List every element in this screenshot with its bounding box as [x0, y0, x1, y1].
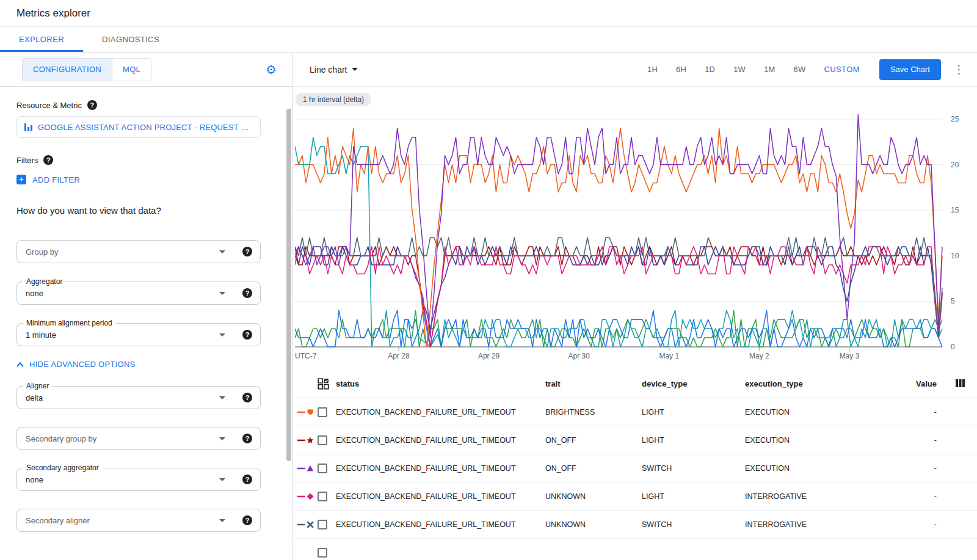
- column-header-execution-type[interactable]: execution_type: [745, 379, 882, 388]
- line-chart[interactable]: 0510152025Apr 28Apr 29Apr 30May 1May 2Ma…: [295, 112, 977, 369]
- time-range-6h[interactable]: 6H: [676, 65, 686, 74]
- table-row[interactable]: EXECUTION_BACKEND_FAILURE_URL_TIMEOUTON_…: [293, 454, 977, 482]
- svg-text:20: 20: [951, 161, 959, 169]
- column-chooser-icon[interactable]: [955, 378, 965, 390]
- column-header-status[interactable]: status: [336, 379, 545, 388]
- filters-label: Filters: [16, 156, 38, 165]
- cell-status: EXECUTION_BACKEND_FAILURE_URL_TIMEOUT: [336, 492, 545, 501]
- time-range-1m[interactable]: 1M: [764, 65, 775, 74]
- field-value: Group by: [26, 247, 58, 256]
- more-options-icon[interactable]: ⋮: [953, 64, 965, 75]
- row-checkbox[interactable]: [318, 492, 327, 501]
- help-icon[interactable]: ?: [242, 434, 252, 443]
- star-marker-icon: [297, 437, 314, 444]
- cell-trait: ON_OFF: [545, 436, 642, 445]
- settings-gear-icon[interactable]: ⚙: [266, 64, 277, 76]
- left-panel-scrollbar[interactable]: [286, 109, 291, 461]
- metric-chip-label: GOOGLE ASSISTANT ACTION PROJECT - REQUES…: [38, 123, 253, 132]
- svg-text:25: 25: [951, 115, 959, 123]
- cell-status: EXECUTION_BACKEND_FAILURE_URL_TIMEOUT: [336, 408, 545, 416]
- select-field-minimum-alignment-period[interactable]: Minimum alignment period1 minute?: [16, 323, 261, 346]
- chevron-down-icon: [219, 478, 225, 481]
- mql-tab[interactable]: MQL: [112, 58, 151, 81]
- row-checkbox[interactable]: [318, 435, 327, 445]
- time-range-6w[interactable]: 6W: [794, 65, 806, 74]
- help-icon[interactable]: ?: [242, 330, 252, 340]
- interval-chip[interactable]: 1 hr interval (delta): [296, 93, 371, 106]
- chart-type-dropdown[interactable]: Line chart: [310, 65, 358, 75]
- table-body: EXECUTION_BACKEND_FAILURE_URL_TIMEOUTBRI…: [293, 398, 977, 560]
- help-icon[interactable]: ?: [242, 515, 252, 525]
- column-header-trait[interactable]: trait: [545, 379, 642, 388]
- row-checkbox[interactable]: [318, 548, 327, 558]
- select-field-secondary-aggregator[interactable]: Secondary aggregatornone?: [16, 468, 261, 491]
- time-range-1w[interactable]: 1W: [733, 65, 746, 74]
- help-icon[interactable]: ?: [242, 247, 252, 256]
- resource-metric-section: Resource & Metric ?: [16, 100, 276, 110]
- cell-device-type: SWITCH: [642, 464, 745, 473]
- select-all-icon[interactable]: [318, 378, 329, 390]
- help-icon[interactable]: ?: [242, 475, 252, 484]
- view-data-question: How do you want to view that data?: [16, 205, 276, 216]
- metric-chip[interactable]: GOOGLE ASSISTANT ACTION PROJECT - REQUES…: [16, 116, 261, 138]
- help-icon[interactable]: ?: [242, 288, 252, 298]
- hide-advanced-options[interactable]: HIDE ADVANCED OPTIONS: [16, 360, 136, 369]
- save-chart-button[interactable]: Save Chart: [879, 59, 941, 80]
- cell-value: -: [882, 520, 943, 529]
- chevron-down-icon: [219, 437, 225, 440]
- tab-explorer[interactable]: EXPLORER: [0, 27, 83, 52]
- row-checkbox[interactable]: [318, 407, 327, 417]
- chevron-up-icon: [16, 362, 24, 367]
- add-filter-button[interactable]: + ADD FILTER: [16, 175, 80, 184]
- time-range-1d[interactable]: 1D: [705, 65, 715, 74]
- cell-execution-type: EXECUTION: [745, 436, 882, 445]
- column-header-device-type[interactable]: device_type: [642, 379, 745, 388]
- table-row-partial[interactable]: [293, 539, 977, 560]
- filters-section: Filters ?: [16, 155, 276, 165]
- field-label: Secondary aggregator: [23, 464, 102, 472]
- left-content: Resource & Metric ? GOOGLE ASSISTANT ACT…: [0, 87, 292, 560]
- cell-execution-type: EXECUTION: [745, 408, 882, 416]
- time-range-custom[interactable]: CUSTOM: [824, 65, 860, 74]
- column-header-value[interactable]: Value: [882, 379, 943, 388]
- time-range-group: 1H 6H 1D 1W 1M 6W CUSTOM: [629, 65, 860, 74]
- chevron-down-icon: [219, 519, 225, 522]
- help-icon[interactable]: ?: [242, 393, 252, 402]
- select-field-aggregator[interactable]: Aggregatornone?: [16, 282, 261, 305]
- select-field-aligner[interactable]: Alignerdelta?: [16, 386, 261, 409]
- field-label: Aligner: [23, 382, 52, 390]
- help-icon[interactable]: ?: [43, 155, 53, 165]
- cell-status: EXECUTION_BACKEND_FAILURE_URL_TIMEOUT: [336, 520, 545, 529]
- svg-text:15: 15: [951, 206, 959, 214]
- chevron-down-icon: [352, 68, 358, 71]
- select-field-secondary-group-by[interactable]: Secondary group by?: [16, 427, 261, 450]
- svg-text:Apr 29: Apr 29: [478, 352, 500, 360]
- cell-value: -: [882, 464, 943, 473]
- resource-metric-label: Resource & Metric: [16, 101, 82, 110]
- cell-trait: UNKNOWN: [545, 492, 642, 501]
- cell-status: EXECUTION_BACKEND_FAILURE_URL_TIMEOUT: [336, 464, 545, 473]
- svg-text:May 1: May 1: [659, 352, 679, 360]
- time-range-1h[interactable]: 1H: [647, 65, 658, 74]
- table-row[interactable]: EXECUTION_BACKEND_FAILURE_URL_TIMEOUTON_…: [293, 426, 977, 454]
- chevron-down-icon: [219, 250, 225, 253]
- svg-text:Apr 30: Apr 30: [568, 352, 590, 360]
- chevron-down-icon: [219, 396, 225, 399]
- configuration-tab[interactable]: CONFIGURATION: [22, 58, 112, 81]
- help-icon[interactable]: ?: [87, 100, 97, 110]
- row-checkbox[interactable]: [318, 520, 327, 529]
- cell-trait: ON_OFF: [545, 464, 642, 473]
- svg-text:May 2: May 2: [749, 352, 769, 360]
- svg-text:10: 10: [951, 252, 959, 260]
- advanced-fields: Alignerdelta?Secondary group by?Secondar…: [16, 386, 276, 532]
- field-value: delta: [26, 393, 43, 402]
- tab-diagnostics[interactable]: DIAGNOSTICS: [83, 27, 178, 52]
- table-header: status trait device_type execution_type …: [293, 370, 977, 398]
- table-row[interactable]: EXECUTION_BACKEND_FAILURE_URL_TIMEOUTUNK…: [293, 511, 977, 539]
- cell-trait: UNKNOWN: [545, 520, 642, 529]
- table-row[interactable]: EXECUTION_BACKEND_FAILURE_URL_TIMEOUTUNK…: [293, 482, 977, 511]
- row-checkbox[interactable]: [318, 464, 327, 473]
- select-field-secondary-aligner[interactable]: Secondary aligner?: [16, 509, 261, 532]
- table-row[interactable]: EXECUTION_BACKEND_FAILURE_URL_TIMEOUTBRI…: [293, 398, 977, 426]
- select-field-group-by[interactable]: Group by?: [16, 240, 261, 263]
